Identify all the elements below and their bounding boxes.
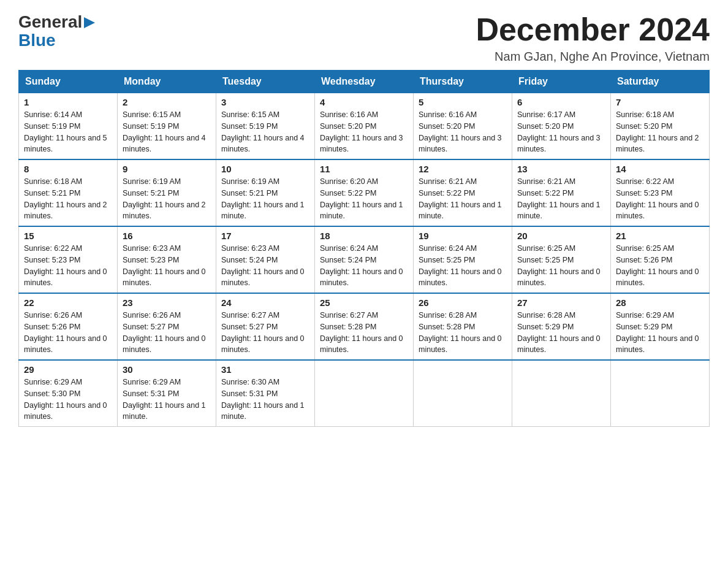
day-info: Sunrise: 6:21 AM Sunset: 5:22 PM Dayligh… <box>517 176 605 222</box>
day-number: 26 <box>419 297 507 308</box>
calendar-cell: 14 Sunrise: 6:22 AM Sunset: 5:23 PM Dayl… <box>611 159 710 226</box>
calendar-table: Sunday Monday Tuesday Wednesday Thursday… <box>18 70 710 427</box>
day-info: Sunrise: 6:16 AM Sunset: 5:20 PM Dayligh… <box>419 109 507 155</box>
calendar-cell: 13 Sunrise: 6:21 AM Sunset: 5:22 PM Dayl… <box>512 159 611 226</box>
day-info: Sunrise: 6:20 AM Sunset: 5:22 PM Dayligh… <box>320 176 408 222</box>
day-number: 28 <box>616 297 704 308</box>
logo: General Blue <box>18 12 97 49</box>
calendar-cell: 18 Sunrise: 6:24 AM Sunset: 5:24 PM Dayl… <box>315 226 414 293</box>
calendar-cell: 2 Sunrise: 6:15 AM Sunset: 5:19 PM Dayli… <box>118 93 216 159</box>
header-tuesday: Tuesday <box>216 71 315 93</box>
day-number: 9 <box>123 164 211 174</box>
day-number: 8 <box>24 164 112 174</box>
day-info: Sunrise: 6:23 AM Sunset: 5:24 PM Dayligh… <box>221 243 309 289</box>
day-info: Sunrise: 6:24 AM Sunset: 5:24 PM Dayligh… <box>320 243 408 289</box>
calendar-week-2: 8 Sunrise: 6:18 AM Sunset: 5:21 PM Dayli… <box>19 159 710 226</box>
day-info: Sunrise: 6:21 AM Sunset: 5:22 PM Dayligh… <box>419 176 507 222</box>
header-wednesday: Wednesday <box>315 71 414 93</box>
day-info: Sunrise: 6:18 AM Sunset: 5:20 PM Dayligh… <box>616 109 704 155</box>
day-info: Sunrise: 6:26 AM Sunset: 5:27 PM Dayligh… <box>123 310 211 356</box>
day-info: Sunrise: 6:29 AM Sunset: 5:30 PM Dayligh… <box>24 377 112 423</box>
calendar-cell: 12 Sunrise: 6:21 AM Sunset: 5:22 PM Dayl… <box>414 159 512 226</box>
calendar-cell <box>414 360 512 427</box>
calendar-cell: 10 Sunrise: 6:19 AM Sunset: 5:21 PM Dayl… <box>216 159 315 226</box>
calendar-cell: 20 Sunrise: 6:25 AM Sunset: 5:25 PM Dayl… <box>512 226 611 293</box>
day-number: 21 <box>616 231 704 241</box>
day-number: 12 <box>419 164 507 174</box>
day-info: Sunrise: 6:15 AM Sunset: 5:19 PM Dayligh… <box>123 109 211 155</box>
day-info: Sunrise: 6:27 AM Sunset: 5:28 PM Dayligh… <box>320 310 408 356</box>
calendar-cell: 24 Sunrise: 6:27 AM Sunset: 5:27 PM Dayl… <box>216 293 315 360</box>
calendar-cell: 31 Sunrise: 6:30 AM Sunset: 5:31 PM Dayl… <box>216 360 315 427</box>
day-info: Sunrise: 6:15 AM Sunset: 5:19 PM Dayligh… <box>221 109 309 155</box>
month-year-title: December 2024 <box>476 12 710 47</box>
calendar-cell: 3 Sunrise: 6:15 AM Sunset: 5:19 PM Dayli… <box>216 93 315 159</box>
day-number: 11 <box>320 164 408 174</box>
day-info: Sunrise: 6:28 AM Sunset: 5:29 PM Dayligh… <box>517 310 605 356</box>
day-number: 6 <box>517 97 605 107</box>
calendar-cell: 8 Sunrise: 6:18 AM Sunset: 5:21 PM Dayli… <box>19 159 118 226</box>
day-number: 20 <box>517 231 605 241</box>
calendar-cell: 11 Sunrise: 6:20 AM Sunset: 5:22 PM Dayl… <box>315 159 414 226</box>
calendar-cell: 19 Sunrise: 6:24 AM Sunset: 5:25 PM Dayl… <box>414 226 512 293</box>
calendar-week-4: 22 Sunrise: 6:26 AM Sunset: 5:26 PM Dayl… <box>19 293 710 360</box>
calendar-cell: 27 Sunrise: 6:28 AM Sunset: 5:29 PM Dayl… <box>512 293 611 360</box>
day-number: 14 <box>616 164 704 174</box>
day-info: Sunrise: 6:18 AM Sunset: 5:21 PM Dayligh… <box>24 176 112 222</box>
day-number: 25 <box>320 297 408 308</box>
day-info: Sunrise: 6:29 AM Sunset: 5:29 PM Dayligh… <box>616 310 704 356</box>
day-number: 10 <box>221 164 309 174</box>
calendar-week-3: 15 Sunrise: 6:22 AM Sunset: 5:23 PM Dayl… <box>19 226 710 293</box>
header-monday: Monday <box>118 71 216 93</box>
calendar-cell: 26 Sunrise: 6:28 AM Sunset: 5:28 PM Dayl… <box>414 293 512 360</box>
calendar-week-5: 29 Sunrise: 6:29 AM Sunset: 5:30 PM Dayl… <box>19 360 710 427</box>
header-sunday: Sunday <box>19 71 118 93</box>
calendar-cell: 16 Sunrise: 6:23 AM Sunset: 5:23 PM Dayl… <box>118 226 216 293</box>
day-number: 1 <box>24 97 112 107</box>
day-number: 23 <box>123 297 211 308</box>
calendar-cell: 22 Sunrise: 6:26 AM Sunset: 5:26 PM Dayl… <box>19 293 118 360</box>
day-number: 22 <box>24 297 112 308</box>
day-info: Sunrise: 6:25 AM Sunset: 5:26 PM Dayligh… <box>616 243 704 289</box>
day-number: 24 <box>221 297 309 308</box>
calendar-cell: 7 Sunrise: 6:18 AM Sunset: 5:20 PM Dayli… <box>611 93 710 159</box>
day-info: Sunrise: 6:22 AM Sunset: 5:23 PM Dayligh… <box>616 176 704 222</box>
calendar-cell: 17 Sunrise: 6:23 AM Sunset: 5:24 PM Dayl… <box>216 226 315 293</box>
calendar-cell <box>512 360 611 427</box>
day-info: Sunrise: 6:29 AM Sunset: 5:31 PM Dayligh… <box>123 377 211 423</box>
day-info: Sunrise: 6:25 AM Sunset: 5:25 PM Dayligh… <box>517 243 605 289</box>
day-info: Sunrise: 6:28 AM Sunset: 5:28 PM Dayligh… <box>419 310 507 356</box>
day-number: 16 <box>123 231 211 241</box>
calendar-cell <box>315 360 414 427</box>
day-number: 7 <box>616 97 704 107</box>
day-info: Sunrise: 6:14 AM Sunset: 5:19 PM Dayligh… <box>24 109 112 155</box>
svg-marker-0 <box>84 17 95 28</box>
day-info: Sunrise: 6:16 AM Sunset: 5:20 PM Dayligh… <box>320 109 408 155</box>
calendar-cell: 29 Sunrise: 6:29 AM Sunset: 5:30 PM Dayl… <box>19 360 118 427</box>
day-info: Sunrise: 6:26 AM Sunset: 5:26 PM Dayligh… <box>24 310 112 356</box>
day-number: 15 <box>24 231 112 241</box>
header: General Blue December 2024 Nam GJan, Ngh… <box>18 12 710 64</box>
logo-blue-text: Blue <box>18 32 97 49</box>
day-info: Sunrise: 6:27 AM Sunset: 5:27 PM Dayligh… <box>221 310 309 356</box>
header-row: Sunday Monday Tuesday Wednesday Thursday… <box>19 71 710 93</box>
calendar-cell: 15 Sunrise: 6:22 AM Sunset: 5:23 PM Dayl… <box>19 226 118 293</box>
day-number: 13 <box>517 164 605 174</box>
calendar-cell: 23 Sunrise: 6:26 AM Sunset: 5:27 PM Dayl… <box>118 293 216 360</box>
logo-general-text: General <box>18 12 82 32</box>
day-number: 19 <box>419 231 507 241</box>
day-info: Sunrise: 6:19 AM Sunset: 5:21 PM Dayligh… <box>221 176 309 222</box>
calendar-cell: 30 Sunrise: 6:29 AM Sunset: 5:31 PM Dayl… <box>118 360 216 427</box>
calendar-cell: 1 Sunrise: 6:14 AM Sunset: 5:19 PM Dayli… <box>19 93 118 159</box>
location-subtitle: Nam GJan, Nghe An Province, Vietnam <box>476 50 710 64</box>
day-number: 29 <box>24 364 112 375</box>
day-number: 27 <box>517 297 605 308</box>
day-number: 5 <box>419 97 507 107</box>
calendar-week-1: 1 Sunrise: 6:14 AM Sunset: 5:19 PM Dayli… <box>19 93 710 159</box>
calendar-cell: 25 Sunrise: 6:27 AM Sunset: 5:28 PM Dayl… <box>315 293 414 360</box>
day-number: 18 <box>320 231 408 241</box>
header-friday: Friday <box>512 71 611 93</box>
day-number: 17 <box>221 231 309 241</box>
calendar-cell: 5 Sunrise: 6:16 AM Sunset: 5:20 PM Dayli… <box>414 93 512 159</box>
day-info: Sunrise: 6:22 AM Sunset: 5:23 PM Dayligh… <box>24 243 112 289</box>
